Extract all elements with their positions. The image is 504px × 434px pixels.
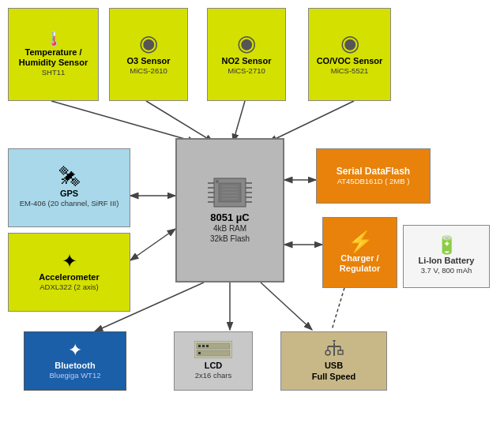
svg-point-28 — [216, 180, 219, 183]
svg-rect-40 — [206, 345, 209, 347]
charger-box: ⚡ Charger / Regulator — [322, 217, 397, 288]
battery-box: 🔋 Li-Ion Battery 3.7 V, 800 mAh — [403, 225, 490, 288]
svg-rect-36 — [197, 343, 230, 349]
o3-sensor-subtitle: MiCS-2610 — [130, 66, 167, 76]
chip-svg — [206, 177, 254, 208]
no2-sensor-box: ◉ NO2 Sensor MiCS-2710 — [207, 8, 286, 101]
svg-rect-38 — [198, 345, 201, 347]
bluetooth-subtitle: Bluegiga WT12 — [50, 371, 101, 380]
serial-flash-title: Serial DataFlash — [337, 166, 410, 177]
svg-marker-48 — [333, 340, 336, 343]
svg-rect-39 — [202, 345, 205, 347]
gps-box: 🛰 GPS EM-406 (20 channel, SiRF III) — [8, 148, 130, 227]
co-sensor-title: CO/VOC Sensor — [317, 56, 383, 66]
svg-rect-37 — [197, 350, 230, 356]
gps-icon: 🛰 — [59, 166, 80, 187]
cpu-ram: 4kB RAM — [213, 223, 246, 234]
temp-icon: 🌡️ — [45, 32, 62, 46]
lcd-icon-svg — [194, 341, 232, 358]
cpu-title: 8051 µC — [210, 211, 249, 224]
usb-icon-svg — [322, 340, 347, 359]
o3-sensor-box: ◉ O3 Sensor MiCS-2610 — [109, 8, 188, 101]
o3-icon: ◉ — [139, 32, 158, 54]
no2-sensor-title: NO2 Sensor — [222, 56, 272, 66]
temp-sensor-subtitle: SHT11 — [42, 68, 66, 77]
accel-icon: ✦ — [62, 252, 77, 271]
bluetooth-box: ✦ Bluetooth Bluegiga WT12 — [24, 331, 126, 391]
co-icon: ◉ — [340, 32, 359, 54]
bluetooth-title: Bluetooth — [55, 361, 95, 371]
temp-sensor-title: Temperature / Humidity Sensor — [19, 47, 88, 68]
bluetooth-icon: ✦ — [68, 342, 82, 359]
svg-rect-41 — [198, 352, 201, 354]
usb-title: USB Full Speed — [312, 361, 356, 381]
svg-line-10 — [130, 229, 175, 260]
svg-line-16 — [332, 282, 346, 330]
svg-line-7 — [269, 101, 354, 142]
charger-title: Charger / Regulator — [340, 253, 380, 274]
accelerometer-box: ✦ Accelerometer ADXL322 (2 axis) — [8, 233, 130, 312]
battery-title: Li-Ion Battery — [419, 256, 475, 266]
co-sensor-box: ◉ CO/VOC Sensor MiCS-5521 — [308, 8, 391, 101]
lcd-title: LCD — [205, 361, 223, 371]
svg-rect-47 — [338, 350, 343, 354]
cpu-box: 8051 µC 4kB RAM 32kB Flash — [175, 138, 284, 282]
temp-humidity-sensor-box: 🌡️ Temperature / Humidity Sensor SHT11 — [8, 8, 99, 101]
diagram: 🌡️ Temperature / Humidity Sensor SHT11 ◉… — [0, 0, 504, 434]
gps-title: GPS — [60, 189, 78, 199]
svg-line-5 — [146, 101, 213, 142]
svg-line-15 — [261, 282, 312, 330]
gps-subtitle: EM-406 (20 channel, SiRF III) — [20, 199, 119, 208]
o3-sensor-title: O3 Sensor — [126, 56, 170, 66]
svg-line-6 — [233, 101, 245, 142]
lcd-box: LCD 2x16 chars — [174, 331, 253, 391]
no2-icon: ◉ — [237, 32, 256, 54]
battery-subtitle: 3.7 V, 800 mAh — [421, 266, 472, 275]
charger-icon: ⚡ — [348, 231, 373, 252]
cpu-flash: 32kB Flash — [210, 234, 250, 244]
serial-flash-box: Serial DataFlash AT45DB161D ( 2MB ) — [316, 148, 431, 204]
accel-title: Accelerometer — [39, 272, 99, 282]
svg-line-4 — [51, 101, 196, 142]
co-sensor-subtitle: MiCS-5521 — [331, 66, 369, 76]
no2-sensor-subtitle: MiCS-2710 — [228, 66, 265, 76]
usb-box: USB Full Speed — [280, 331, 387, 391]
serial-flash-subtitle: AT45DB161D ( 2MB ) — [337, 177, 410, 186]
lcd-subtitle: 2x16 chars — [195, 371, 231, 380]
battery-icon: 🔋 — [436, 237, 457, 254]
accel-subtitle: ADXL322 (2 axis) — [39, 282, 98, 292]
